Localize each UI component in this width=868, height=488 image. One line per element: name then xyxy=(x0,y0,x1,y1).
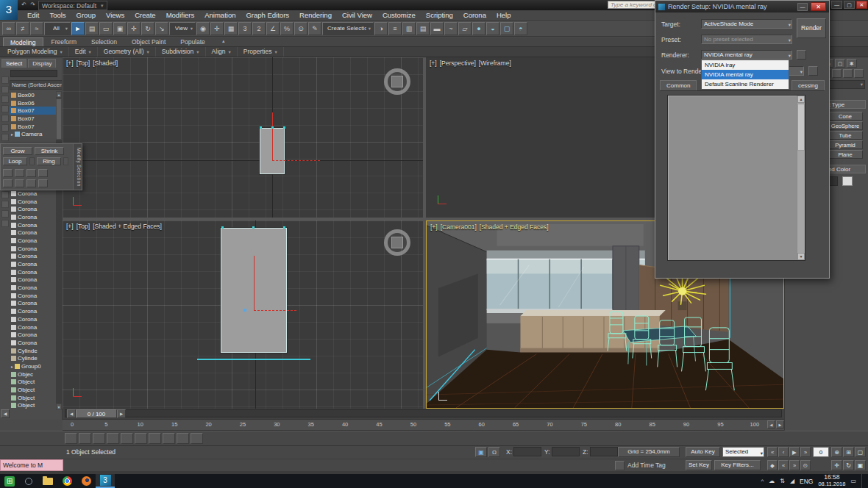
scroll-left-icon[interactable]: ◀ xyxy=(1,409,10,418)
ribbon-tab[interactable]: Object Paint xyxy=(125,37,172,46)
scene-object-row[interactable]: Cylinde xyxy=(10,347,57,355)
mirror-icon[interactable]: ◑ xyxy=(374,22,388,35)
dock-toolbar-icon[interactable] xyxy=(65,433,77,444)
viewcube[interactable] xyxy=(384,229,410,256)
scene-object-row[interactable]: Box07 xyxy=(10,107,57,115)
toggle-scene-explorer-icon[interactable]: ▥ xyxy=(402,22,416,35)
window-minimize-button[interactable]: — xyxy=(831,1,842,9)
ribbon-panel[interactable]: Properties xyxy=(238,47,284,57)
dock-toolbar-icon[interactable] xyxy=(177,433,189,444)
reference-coordinate-combo[interactable]: View xyxy=(169,22,196,35)
dock-toolbar-icon[interactable] xyxy=(163,433,175,444)
object-color-swatch[interactable] xyxy=(842,176,853,186)
menu-item[interactable]: Animation xyxy=(199,10,241,20)
explorer-tool-icon[interactable] xyxy=(1,201,9,208)
zoom-extents-icon[interactable]: ▢ xyxy=(855,447,866,457)
select-and-link-icon[interactable]: ∞ xyxy=(2,22,15,35)
explorer-tool-icon[interactable] xyxy=(1,86,9,93)
spinner-snap-icon[interactable]: ⊙ xyxy=(294,22,307,35)
ribbon-tab[interactable]: Populate xyxy=(174,37,212,46)
unlink-selection-icon[interactable]: ≠ xyxy=(16,22,29,35)
window-close-button[interactable]: ✕ xyxy=(856,1,867,9)
selection-filter-combo[interactable]: All xyxy=(44,22,71,35)
menu-item[interactable]: Create xyxy=(129,10,161,20)
explorer-tool-icon[interactable] xyxy=(1,220,9,227)
scene-object-row[interactable]: Corona xyxy=(10,339,57,347)
isolate-selection-icon[interactable]: ▣ xyxy=(475,447,487,457)
keyboard-override-icon[interactable]: ▦ xyxy=(224,22,238,35)
menu-item[interactable]: Group xyxy=(71,10,101,20)
scene-object-row[interactable]: Group0 xyxy=(10,362,57,370)
previous-frame-arrow[interactable]: ◀ xyxy=(67,409,76,418)
scene-object-row[interactable]: Corona xyxy=(10,198,57,206)
auto-key-button[interactable]: Auto Key xyxy=(686,447,720,457)
move-gizmo-x-axis[interactable] xyxy=(272,160,320,161)
tab-processing[interactable]: cessing xyxy=(791,80,825,90)
helpers-category-icon[interactable] xyxy=(832,69,842,78)
notification-icon[interactable]: ▭ xyxy=(850,478,856,484)
explorer-tool-icon[interactable] xyxy=(1,105,9,112)
zoom-icon[interactable]: ⊕ xyxy=(831,447,842,457)
create-object-button[interactable]: Cone xyxy=(828,112,863,121)
scene-object-row[interactable]: Corona xyxy=(10,260,57,268)
menu-item[interactable]: Corona xyxy=(458,10,491,20)
scene-object-row[interactable]: Corona xyxy=(10,284,57,292)
ribbon-panel[interactable]: Align xyxy=(206,47,238,57)
language-indicator[interactable]: ENG xyxy=(800,478,813,485)
viewport-menu-shading[interactable]: [Shaded] xyxy=(93,60,118,67)
schematic-view-icon[interactable]: ▱ xyxy=(458,22,472,35)
scene-object-row[interactable]: Camera xyxy=(10,130,57,138)
scene-object-row[interactable]: Object xyxy=(10,386,57,394)
scene-object-row[interactable]: Corona xyxy=(10,205,57,213)
maximize-viewport-icon[interactable]: ▣ xyxy=(855,460,866,470)
utilities-tab-icon[interactable]: ✱ xyxy=(847,59,857,68)
dock-toolbar-icon[interactable] xyxy=(93,433,105,444)
ribbon-panel[interactable]: Geometry (All) xyxy=(98,47,156,57)
ribbon-panel[interactable]: Subdivision xyxy=(156,47,206,57)
z-coordinate-field[interactable] xyxy=(590,447,618,456)
renderer-combo[interactable]: NVIDIA mental ray xyxy=(701,50,792,60)
viewport-menu-view[interactable]: [Perspective] xyxy=(440,60,476,67)
selection-lock-icon[interactable]: Ω xyxy=(488,447,500,457)
network-icon[interactable]: ⇅ xyxy=(780,478,785,484)
create-object-button[interactable]: Tube xyxy=(828,131,863,140)
menu-item[interactable]: Views xyxy=(101,10,129,20)
volume-icon[interactable]: ◢ xyxy=(790,478,794,484)
angle-snap-icon[interactable]: ∠ xyxy=(266,22,280,35)
select-object-icon[interactable]: ► xyxy=(71,22,85,35)
select-and-move-icon[interactable]: ✛ xyxy=(127,22,140,35)
scroll-thumb[interactable] xyxy=(797,104,805,151)
viewport-top[interactable]: [+] [Top] [Shaded] xyxy=(63,57,423,218)
current-frame-field[interactable]: 0 xyxy=(813,447,829,457)
scene-object-row[interactable]: Object xyxy=(10,378,57,387)
taskbar-search-icon[interactable] xyxy=(19,474,38,488)
select-and-scale-icon[interactable]: ↘ xyxy=(155,22,168,35)
toggle-layer-explorer-icon[interactable]: ▤ xyxy=(416,22,430,35)
systems-category-icon[interactable] xyxy=(854,69,864,78)
menu-item[interactable]: Tools xyxy=(44,10,71,20)
scene-object-row[interactable]: Corona xyxy=(10,307,57,315)
viewport-menu-plus[interactable]: [+] xyxy=(66,60,74,67)
key-mode-toggle-icon[interactable]: ◆ xyxy=(767,460,778,470)
selection-tool-icon[interactable] xyxy=(15,179,24,187)
plane-object-edge[interactable] xyxy=(197,359,310,360)
scene-object-row[interactable]: Objec xyxy=(10,370,57,378)
explorer-tool-icon[interactable] xyxy=(1,191,9,198)
next-key-icon[interactable]: » xyxy=(789,460,800,470)
dialog-scrollbar[interactable]: ▲ ▼ xyxy=(797,96,805,260)
ribbon-collapse-icon[interactable]: ▴ xyxy=(222,38,225,44)
explorer-sort-header[interactable]: Name (Sorted Ascend xyxy=(10,80,63,90)
selection-tool-icon[interactable] xyxy=(26,179,36,187)
explorer-tool-icon[interactable] xyxy=(1,134,9,141)
scene-object-row[interactable]: Box00 xyxy=(10,91,57,99)
selection-tool-icon[interactable] xyxy=(38,179,48,187)
tab-display[interactable]: Display xyxy=(28,59,56,68)
ribbon-tab[interactable]: Freeform xyxy=(45,37,83,46)
menu-item[interactable]: Rendering xyxy=(294,10,337,20)
explorer-search-input[interactable] xyxy=(10,70,57,77)
select-by-name-icon[interactable]: ▤ xyxy=(85,22,99,35)
selection-tool-icon[interactable] xyxy=(38,169,48,177)
menu-item[interactable]: Edit xyxy=(22,10,44,20)
snaps-toggle-3d-icon[interactable]: 3 xyxy=(238,22,252,35)
selection-tool-icon[interactable] xyxy=(3,169,13,177)
